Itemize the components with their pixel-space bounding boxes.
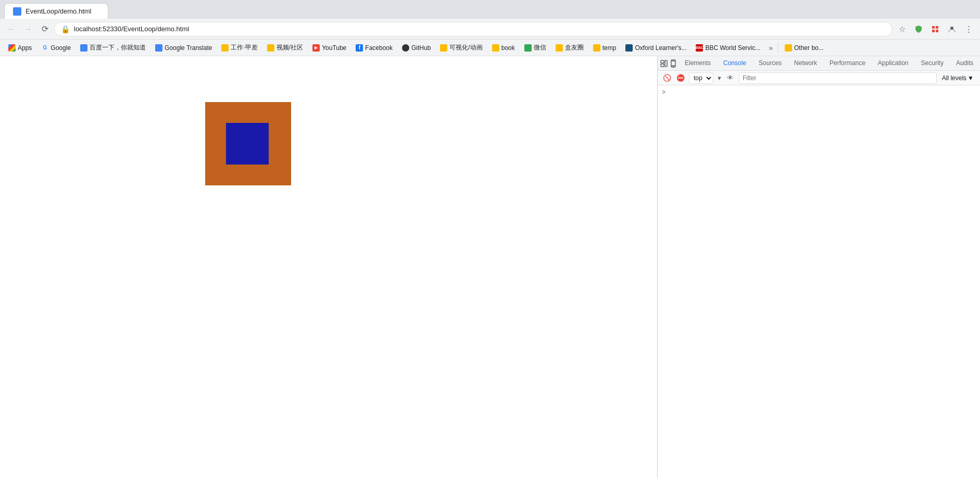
svg-rect-6 <box>661 64 664 67</box>
console-clear-btn[interactable]: 🚫 <box>662 73 672 83</box>
menu-btn[interactable]: ⋮ <box>961 22 976 36</box>
address-bar[interactable]: 🔒 localhost:52330/EventLoop/demo.html <box>54 22 893 36</box>
bookmark-viz-label: 可视化/动画 <box>449 43 482 52</box>
bookmark-wechat[interactable]: 微信 <box>520 42 550 54</box>
youtube-icon: ▶ <box>312 44 320 52</box>
console-filter-input[interactable] <box>739 72 937 84</box>
bookmark-viz[interactable]: 可视化/动画 <box>436 42 486 54</box>
devtools-tab-security[interactable]: Security <box>915 56 950 72</box>
bookmark-bbc-label: BBC World Servic... <box>705 44 760 52</box>
devtools-tab-application[interactable]: Application <box>872 56 915 72</box>
forward-button[interactable]: → <box>21 22 35 36</box>
bookmark-bbc[interactable]: BBC BBC World Servic... <box>692 42 764 54</box>
bookmarks-bar: Apps G Google 百度一下，你就知道 Google Translate… <box>0 40 980 56</box>
devtools-console-content <box>658 85 980 478</box>
devtools-inspect-btn[interactable] <box>660 57 668 70</box>
page-area <box>0 56 657 478</box>
svg-rect-3 <box>936 30 938 32</box>
canvas-inner <box>226 123 269 165</box>
bookmark-work[interactable]: 工作·甲差 <box>217 42 261 54</box>
console-settings-btn[interactable]: ⛔ <box>675 73 686 83</box>
bookmark-baidu-label: 百度一下，你就知道 <box>90 43 146 52</box>
devtools-tab-sources[interactable]: Sources <box>752 56 788 72</box>
bbc-icon: BBC <box>696 44 703 52</box>
bookmark-video[interactable]: 视频/社区 <box>263 42 307 54</box>
console-context-select[interactable]: top <box>689 72 713 84</box>
nav-bar: ← → ⟳ 🔒 localhost:52330/EventLoop/demo.h… <box>0 19 980 40</box>
tab-title: EventLoop/demo.html <box>26 7 91 15</box>
console-eye-btn[interactable]: 👁 <box>725 73 736 83</box>
bookmark-friends[interactable]: 盒友圈 <box>551 42 588 54</box>
facebook-icon: f <box>356 44 363 52</box>
bookmark-work-label: 工作·甲差 <box>231 43 257 52</box>
browser-wrapper: EventLoop/demo.html ← → ⟳ 🔒 localhost:52… <box>0 0 980 478</box>
work-icon <box>221 44 229 52</box>
svg-rect-1 <box>936 26 938 29</box>
devtools-tab-elements[interactable]: Elements <box>679 56 717 72</box>
devtools-tab-bar: Elements Console Sources Network Perform… <box>679 56 980 71</box>
apps-icon <box>8 44 16 52</box>
bookmark-oxford-label: Oxford Learner's... <box>635 44 686 52</box>
bookmark-other[interactable]: Other bo... <box>781 42 828 54</box>
bookmark-book-label: book <box>501 44 515 52</box>
github-icon <box>402 44 409 52</box>
bookmark-facebook[interactable]: f Facebook <box>351 42 397 54</box>
bookmark-github[interactable]: GitHub <box>398 42 435 54</box>
bookmark-oxford[interactable]: Oxford Learner's... <box>621 42 690 54</box>
extensions-btn[interactable] <box>928 22 943 36</box>
levels-label: All levels <box>942 74 966 82</box>
shield-icon-btn[interactable] <box>911 22 926 36</box>
bookmarks-more-button[interactable]: » <box>765 43 776 53</box>
devtools-tab-console[interactable]: Console <box>717 56 752 72</box>
devtools-toolbar: Elements Console Sources Network Perform… <box>658 56 980 71</box>
svg-rect-7 <box>665 60 667 67</box>
svg-rect-0 <box>932 26 935 29</box>
bookmark-baidu[interactable]: 百度一下，你就知道 <box>76 42 150 54</box>
bookmark-temp-label: temp <box>602 44 617 52</box>
bookmark-star-button[interactable]: ☆ <box>895 22 909 36</box>
friends-icon <box>556 44 563 52</box>
devtools-console-bar: 🚫 ⛔ top ▼ 👁 All levels ▼ <box>658 71 980 85</box>
bookmark-facebook-label: Facebook <box>365 44 393 52</box>
bookmark-google-translate[interactable]: Google Translate <box>151 42 216 54</box>
bookmark-video-label: 视频/社区 <box>277 43 303 52</box>
bookmark-google[interactable]: G Google <box>37 42 75 54</box>
bookmark-apps-label: Apps <box>18 44 32 52</box>
console-levels-dropdown[interactable]: All levels ▼ <box>940 73 976 83</box>
viz-icon <box>440 44 447 52</box>
context-dropdown-arrow: ▼ <box>717 75 722 81</box>
bookmark-wechat-label: 微信 <box>534 43 546 52</box>
translate-icon <box>155 44 162 52</box>
temp-icon <box>593 44 600 52</box>
reload-button[interactable]: ⟳ <box>37 22 52 36</box>
bookmark-youtube-label: YouTube <box>322 44 346 52</box>
book-icon <box>492 44 499 52</box>
levels-arrow: ▼ <box>968 74 974 82</box>
console-prompt[interactable] <box>660 87 978 97</box>
url-display: localhost:52330/EventLoop/demo.html <box>74 25 886 33</box>
google-icon: G <box>41 44 48 52</box>
devtools-panel: Elements Console Sources Network Perform… <box>657 56 980 478</box>
bookmark-book[interactable]: book <box>488 42 519 54</box>
security-lock-icon: 🔒 <box>61 25 70 33</box>
back-button[interactable]: ← <box>4 22 19 36</box>
video-icon <box>267 44 274 52</box>
tab-favicon <box>13 7 21 16</box>
nav-right-icons: ☆ ⋮ <box>895 22 976 36</box>
bookmark-github-label: GitHub <box>411 44 431 52</box>
bookmark-translate-label: Google Translate <box>165 44 212 52</box>
bookmark-google-label: Google <box>51 44 71 52</box>
devtools-tab-performance[interactable]: Performance <box>823 56 872 72</box>
active-tab[interactable]: EventLoop/demo.html <box>4 3 108 19</box>
devtools-tab-audits[interactable]: Audits <box>950 56 979 72</box>
profile-btn[interactable] <box>945 22 959 36</box>
bookmark-youtube[interactable]: ▶ YouTube <box>308 42 350 54</box>
bookmark-apps[interactable]: Apps <box>4 42 36 54</box>
devtools-tab-network[interactable]: Network <box>788 56 823 72</box>
wechat-icon <box>524 44 532 52</box>
bookmark-friends-label: 盒友圈 <box>565 43 584 52</box>
svg-point-11 <box>673 66 674 67</box>
oxford-icon <box>625 44 633 52</box>
devtools-device-btn[interactable] <box>669 57 677 70</box>
bookmark-temp[interactable]: temp <box>589 42 621 54</box>
